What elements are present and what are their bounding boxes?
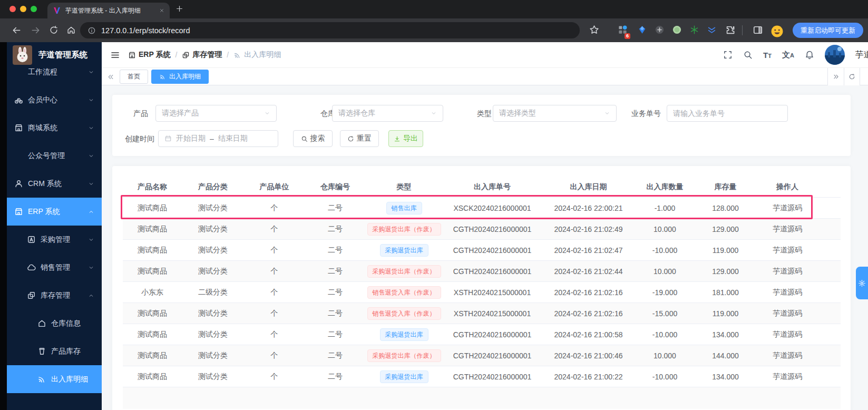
window-minimize-button[interactable]	[20, 6, 26, 12]
window-close-button[interactable]	[9, 6, 16, 12]
type-select[interactable]: 请选择类型	[493, 105, 617, 122]
extension-green-circle-icon[interactable]	[672, 25, 682, 35]
export-button[interactable]: 导出	[388, 130, 423, 147]
breadcrumb-separator: /	[227, 51, 229, 59]
tags-scroll-left-icon[interactable]	[107, 73, 114, 81]
extension-layers-icon[interactable]	[707, 25, 717, 35]
cell-stock: 119.000	[695, 309, 756, 318]
type-badge: 采购退货出库	[380, 244, 428, 257]
bookmark-star-icon[interactable]	[589, 25, 599, 35]
sidebar-item[interactable]: 销售管理	[7, 253, 102, 281]
sidebar-item[interactable]: 出入库明细	[7, 365, 102, 393]
table-row[interactable]: 测试商品测试分类个二号销售退货入库（作废）XSTH202402150000012…	[123, 303, 841, 324]
sidebar-item[interactable]: 商城系统	[7, 114, 102, 142]
column-header: 仓库编号	[305, 182, 366, 192]
app-logo[interactable]: 芋道管理系统	[7, 42, 102, 67]
chevron-down-icon	[88, 97, 94, 103]
column-header: 操作人	[756, 182, 819, 192]
url-text: 127.0.0.1/erp/stock/record	[101, 26, 190, 35]
cell-warehouse: 二号	[305, 267, 366, 276]
extensions-puzzle-icon[interactable]	[725, 25, 735, 35]
table-header: 产品名称产品分类产品单位仓库编号类型出入库单号出入库日期出入库数量库存量操作人	[123, 177, 841, 198]
table-row[interactable]: 测试商品测试分类个二号采购退货出库（作废）CGTH202402160000012…	[123, 219, 841, 240]
side-panel-icon[interactable]	[753, 25, 763, 35]
sidebar-item[interactable]: 产品库存	[7, 337, 102, 365]
sidebar-item-label: 采购管理	[41, 235, 70, 245]
table-row[interactable]: 测试商品测试分类个二号采购退货出库CGTH202402160000012024-…	[123, 366, 841, 387]
back-icon[interactable]	[12, 25, 22, 35]
browser-tab[interactable]: 芋道管理系统 - 出入库明细	[47, 3, 170, 18]
column-header: 库存量	[695, 182, 756, 192]
tab-close-icon[interactable]	[159, 8, 164, 13]
table-row[interactable]: 测试商品测试分类个二号采购退货出库CGTH202402160000012024-…	[123, 240, 841, 261]
tags-refresh-button[interactable]	[844, 68, 860, 85]
collapse-menu-icon[interactable]	[110, 50, 120, 60]
table-row[interactable]: 测试商品测试分类个二号采购退货出库（作废）CGTH202402160000012…	[123, 261, 841, 282]
cell-product: 小东东	[123, 288, 182, 297]
cell-order_no: CGTH20240216000001	[442, 225, 542, 233]
cell-order_no: XSCK20240216000001	[442, 204, 542, 212]
sales-icon	[27, 263, 36, 272]
table-row[interactable]: 测试商品测试分类个二号采购退货出库（作废）CGTH202402160000012…	[123, 345, 841, 366]
settings-drawer-button[interactable]	[856, 267, 868, 299]
search-icon[interactable]	[743, 50, 753, 60]
extension-green-star-icon[interactable]	[689, 25, 699, 35]
extension-dark-circle-icon[interactable]	[655, 25, 665, 35]
site-info-icon[interactable]	[87, 26, 96, 35]
chevron-down-icon	[431, 110, 437, 116]
type-placeholder: 请选择类型	[499, 109, 600, 118]
profile-emoji-icon[interactable]	[771, 25, 784, 38]
cell-unit: 个	[244, 351, 305, 360]
sidebar-item[interactable]: 库存管理	[7, 281, 102, 309]
extension-gem-icon[interactable]	[637, 25, 647, 35]
cell-quantity: -10.000	[635, 330, 695, 339]
url-bar[interactable]: 127.0.0.1/erp/stock/record	[80, 22, 580, 38]
table-row[interactable]: 小东东二级分类个二号销售退货入库（作废）XSTH2024021500000120…	[123, 282, 841, 303]
font-size-icon[interactable]: TT	[763, 51, 772, 60]
breadcrumb-item[interactable]: 出入库明细	[233, 50, 281, 60]
sidebar-item[interactable]: 仓库信息	[7, 309, 102, 337]
window-zoom-button[interactable]	[31, 6, 37, 12]
biz-no-input[interactable]	[673, 109, 782, 118]
user-avatar[interactable]	[825, 45, 845, 65]
tag-tab[interactable]: 首页	[120, 70, 148, 84]
fullscreen-icon[interactable]	[723, 50, 733, 60]
search-button[interactable]: 搜索	[293, 130, 333, 147]
column-header: 产品名称	[123, 182, 182, 192]
warehouse-select[interactable]: 请选择仓库	[332, 105, 443, 122]
cell-stock: 181.000	[695, 288, 756, 297]
cell-unit: 个	[244, 224, 305, 234]
breadcrumb-item[interactable]: ERP 系统	[128, 50, 170, 60]
sidebar-item[interactable]: 公众号管理	[7, 142, 102, 170]
reload-icon[interactable]	[49, 25, 58, 35]
new-tab-button[interactable]	[175, 5, 183, 13]
browser-update-button[interactable]: 重新启动即可更新	[793, 23, 863, 38]
product-select[interactable]: 请选择产品	[155, 105, 277, 122]
cell-unit: 个	[244, 203, 305, 213]
chevron-down-icon	[88, 181, 94, 187]
table-row[interactable]: 测试商品测试分类个二号采购退货出库CGTH202402160000012024-…	[123, 324, 841, 345]
sidebar-item[interactable]: ERP 系统	[7, 198, 102, 226]
home-icon[interactable]	[66, 25, 76, 35]
forward-icon[interactable]	[31, 25, 41, 35]
notification-bell-icon[interactable]	[805, 50, 814, 60]
tag-label: 首页	[128, 72, 140, 81]
cell-category: 测试分类	[182, 203, 244, 213]
table-row[interactable]: 测试商品测试分类个二号销售出库XSCK202402160000012024-02…	[123, 198, 841, 219]
sidebar-item[interactable]: 采购管理	[7, 226, 102, 253]
translate-icon[interactable]: 文A	[782, 50, 794, 60]
sidebar-item[interactable]: 会员中心	[7, 86, 102, 114]
sidebar-item[interactable]: CRM 系统	[7, 170, 102, 198]
tag-label: 出入库明细	[169, 72, 201, 81]
tags-scroll-right-button[interactable]	[827, 68, 844, 85]
type-badge: 销售退货入库（作废）	[367, 286, 441, 299]
cell-date: 2024-02-16 22:00:21	[542, 204, 635, 212]
tag-tab[interactable]: 出入库明细	[151, 70, 209, 84]
reset-button[interactable]: 重置	[340, 130, 379, 147]
user-name[interactable]: 芋道源码	[855, 50, 868, 61]
breadcrumb-item[interactable]: 库存管理	[182, 50, 222, 60]
extension-grid-icon[interactable]: 6	[618, 25, 628, 37]
table-body: 测试商品测试分类个二号销售出库XSCK202402160000012024-02…	[123, 198, 841, 387]
chevron-down-icon	[264, 110, 270, 116]
date-range-picker[interactable]: 开始日期 – 结束日期	[158, 130, 278, 147]
